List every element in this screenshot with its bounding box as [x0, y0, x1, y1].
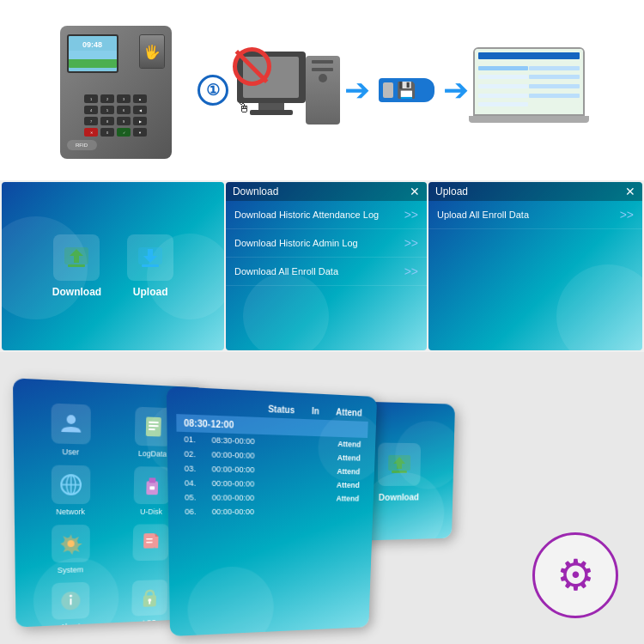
download-historic-attendance[interactable]: Download Historic Attendance Log >>: [226, 201, 427, 229]
chevron-icon: >>: [404, 236, 418, 250]
user-label: User: [62, 447, 79, 457]
status-label: Status: [268, 404, 295, 416]
acs-icon: [131, 580, 167, 617]
acs-label: ACS: [142, 618, 156, 627]
small-download-label: Download: [379, 492, 419, 501]
download-all-enroll[interactable]: Download All Enroll Data >>: [226, 258, 427, 286]
download-historic-admin[interactable]: Download Historic Admin Log >>: [226, 229, 427, 258]
about-label: About: [60, 622, 80, 627]
bottom-section: User LogData: [0, 352, 644, 644]
download-panel-title: Download: [233, 185, 278, 197]
card-menu-user[interactable]: User: [32, 403, 108, 458]
svg-marker-20: [155, 533, 158, 537]
upload-icon: [127, 234, 173, 281]
in-label: In: [312, 406, 319, 416]
svg-rect-22: [146, 538, 153, 540]
network-icon: [51, 465, 90, 504]
mouse-icon: 🖱: [237, 100, 251, 116]
svg-rect-19: [143, 533, 155, 549]
svg-rect-8: [149, 422, 159, 423]
arrow-2-icon: ➔: [443, 72, 469, 108]
doc-icon: [132, 524, 169, 561]
about-icon: [52, 582, 89, 620]
device-image: 09:48 🖐 123▲ 456◀ 789▶ ✕0✓▼: [60, 21, 197, 159]
svg-rect-7: [145, 416, 161, 436]
monitor: 🖱: [233, 52, 310, 129]
system-label: System: [58, 565, 83, 574]
svg-rect-30: [388, 454, 410, 470]
device-screen: 09:48: [67, 34, 118, 73]
middle-section: Download Upload Download ✕ Download Hist…: [0, 180, 644, 352]
fingerprint-sensor: 🖐: [139, 34, 165, 69]
download-label: Download: [52, 286, 101, 298]
upload-panel-header: Upload ✕: [428, 182, 642, 201]
device-keypad: 123▲ 456◀ 789▶ ✕0✓▼ RFID: [67, 94, 165, 150]
tower-pc: [306, 56, 340, 125]
upload-all-enroll[interactable]: Upload All Enroll Data >>: [428, 201, 642, 229]
svg-point-24: [61, 592, 80, 611]
logdata-label: LogData: [138, 449, 167, 459]
small-download-icon: [378, 442, 421, 485]
laptop: [473, 47, 585, 133]
network-label: Network: [56, 507, 85, 516]
upload-label: Upload: [133, 286, 168, 298]
upload-panel: Upload ✕ Upload All Enroll Data >>: [428, 182, 642, 350]
left-panel: Download Upload: [2, 182, 224, 350]
gear-container[interactable]: ⚙: [532, 532, 618, 618]
svg-rect-25: [70, 598, 71, 605]
svg-rect-32: [392, 471, 407, 473]
status-row-5: 05. 00:00-00:00 Attend: [177, 490, 365, 506]
download-panel-header: Download ✕: [226, 182, 427, 201]
upload-panel-close[interactable]: ✕: [625, 185, 635, 198]
arrow-1-icon: ➔: [344, 72, 370, 108]
upload-menu-item[interactable]: Upload: [127, 234, 173, 298]
chevron-icon: >>: [404, 264, 418, 278]
step-indicator: ①: [197, 75, 228, 106]
download-menu-item[interactable]: Download: [52, 234, 101, 298]
svg-rect-17: [149, 486, 155, 489]
svg-rect-10: [148, 428, 155, 430]
device-time: 09:48: [69, 36, 117, 49]
upload-panel-title: Upload: [435, 185, 468, 197]
svg-rect-21: [155, 537, 158, 548]
download-panel: Download ✕ Download Historic Attendance …: [226, 182, 427, 350]
attend-label: Attend: [336, 407, 362, 418]
udisk-icon: [133, 466, 170, 504]
no-sign-icon: [233, 47, 271, 86]
svg-point-6: [66, 415, 75, 424]
download-panel-close[interactable]: ✕: [410, 185, 420, 198]
system-icon: [52, 525, 90, 562]
chevron-icon: >>: [620, 208, 634, 222]
device-body: 09:48 🖐 123▲ 456◀ 789▶ ✕0✓▼: [60, 26, 172, 159]
svg-rect-16: [149, 477, 155, 483]
top-section: 09:48 🖐 123▲ 456◀ 789▶ ✕0✓▼: [0, 0, 644, 180]
card-status: Status In Attend 08:30-12:00 01. 08:30-0…: [167, 386, 377, 636]
svg-rect-23: [146, 542, 153, 544]
card-menu-network[interactable]: Network: [33, 465, 108, 516]
svg-point-26: [69, 594, 71, 597]
user-icon: [51, 404, 90, 445]
svg-rect-2: [68, 264, 85, 267]
card-menu-system[interactable]: System: [33, 525, 107, 575]
computer-area: 🖱: [233, 52, 340, 129]
chevron-icon: >>: [404, 208, 418, 222]
card-menu-about[interactable]: About: [33, 581, 106, 627]
usb-drive: 💾: [379, 78, 434, 102]
svg-rect-29: [149, 601, 150, 605]
status-row-4: 04. 00:00-00:00 Attend: [177, 476, 366, 492]
status-row-6: 06. 00:00-00:00: [178, 505, 366, 519]
download-icon: [53, 234, 100, 281]
svg-rect-9: [148, 425, 158, 427]
gear-icon: ⚙: [556, 550, 595, 600]
udisk-label: U-Disk: [140, 507, 162, 516]
svg-rect-5: [142, 264, 159, 267]
